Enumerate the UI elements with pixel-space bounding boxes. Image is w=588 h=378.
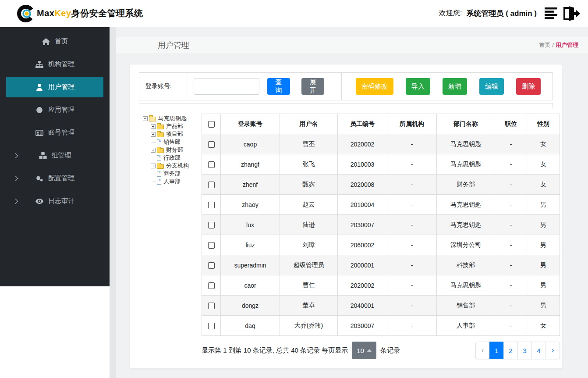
tree-node-label[interactable]: 项目部 — [165, 130, 184, 138]
row-checkbox[interactable] — [208, 303, 215, 309]
edit-button[interactable]: 编辑 — [479, 78, 504, 95]
chevron-right-icon — [15, 175, 18, 181]
tree-node: 行政部 — [151, 154, 202, 162]
row-checkbox[interactable] — [208, 242, 215, 249]
table-cell: 男 — [527, 296, 560, 316]
expand-button[interactable]: 展开 — [301, 78, 324, 95]
tree-node-label[interactable]: 财务部 — [165, 146, 184, 154]
tree-node: +项目部 — [151, 130, 202, 138]
page-size-value: 10 — [357, 347, 364, 354]
table-cell: 男 — [527, 195, 560, 215]
row-checkbox[interactable] — [208, 323, 215, 329]
pagination-page-2[interactable]: 2 — [503, 342, 518, 359]
table-row[interactable]: zhenf甄宓2020008-财务部-女 — [202, 175, 560, 195]
file-icon — [157, 139, 161, 145]
table-cell: 女 — [527, 154, 560, 175]
table-cell: 马克思钥匙 — [437, 134, 495, 154]
select-all-header-cell — [202, 114, 221, 134]
sidebar-item-account[interactable]: 账号管理 — [6, 122, 103, 143]
table-row[interactable]: zhaoy赵云2010004-马克思钥匙-男 — [202, 195, 560, 215]
breadcrumb-home-link[interactable]: 首页 — [539, 42, 550, 48]
expand-icon[interactable]: + — [151, 124, 156, 129]
tree-connector-line — [151, 158, 156, 158]
table-cell: 赵云 — [280, 195, 338, 215]
pagination-page-3[interactable]: 3 — [517, 342, 532, 359]
records-info-prefix: 显示第 1 到第 10 条记录, 总共 40 条记录 每页显示 — [202, 346, 348, 355]
file-icon — [157, 179, 161, 185]
table-row[interactable]: caop曹丕2020002-马克思钥匙-女 — [202, 134, 560, 154]
sidebar-item-app[interactable]: 应用管理 — [6, 100, 103, 120]
brand-suffix: 身份安全管理系统 — [71, 8, 143, 18]
table-row[interactable]: zhangf张飞2010003-马克思钥匙-女 — [202, 154, 560, 175]
table-cell: 超级管理员 — [280, 255, 338, 275]
row-checkbox[interactable] — [208, 222, 215, 228]
hamburger-icon[interactable] — [545, 7, 558, 19]
tree-node-label[interactable]: 产品部 — [165, 122, 184, 130]
column-header: 所属机构 — [387, 114, 437, 134]
sidebar-item-label: 机构管理 — [48, 60, 74, 68]
expand-icon[interactable]: + — [151, 148, 156, 153]
login-account-input[interactable] — [194, 78, 259, 95]
table-row[interactable]: superadmin超级管理员2000001-科技部-男 — [202, 255, 560, 275]
table-cell: 财务部 — [437, 175, 495, 195]
query-button[interactable]: 查询 — [267, 78, 290, 95]
breadcrumb: 首页/用户管理 — [539, 41, 578, 49]
add-button[interactable]: 新增 — [443, 78, 467, 95]
change-password-button[interactable]: 密码修改 — [356, 78, 393, 95]
table-cell: 2000001 — [338, 255, 387, 275]
pagination-page-1[interactable]: 1 — [489, 342, 504, 359]
tree-node-label[interactable]: 销售部 — [163, 138, 181, 146]
pagination: ‹1234› — [475, 342, 560, 359]
tree-node-label[interactable]: 行政部 — [163, 154, 181, 162]
tree-connector-line — [151, 174, 156, 174]
table-row[interactable]: daq大乔(乔玮)2030007-人事部-女 — [202, 316, 560, 336]
sidebar-item-org[interactable]: 机构管理 — [6, 54, 103, 75]
table-cell: 甄宓 — [280, 175, 338, 195]
expand-icon[interactable]: + — [151, 164, 156, 168]
sidebar-item-audit[interactable]: 日志审计 — [6, 191, 103, 211]
table-cell: 曹丕 — [280, 134, 338, 154]
table-row[interactable]: dongz董卓2040001-销售部-男 — [202, 296, 560, 316]
search-cell: 查询 展开 — [187, 73, 342, 100]
row-checkbox[interactable] — [208, 262, 215, 269]
users-table: 登录账号用户名员工编号所属机构部门名称职位性别 caop曹丕2020002-马克… — [202, 114, 560, 336]
sidebar-item-home[interactable]: 首页 — [6, 31, 103, 52]
select-all-checkbox[interactable] — [208, 121, 215, 128]
sidebar-menu: 首页机构管理用户管理应用管理账号管理组管理配置管理日志审计 — [0, 27, 110, 286]
table-cell: 销售部 — [437, 296, 495, 316]
table-cell: 2010004 — [338, 195, 387, 215]
folder-icon — [157, 132, 164, 137]
row-checkbox[interactable] — [208, 161, 215, 168]
page-size-select[interactable]: 10 — [352, 342, 376, 359]
logout-icon[interactable] — [563, 6, 580, 21]
table-cell: 人事部 — [437, 316, 495, 336]
delete-button[interactable]: 删除 — [516, 78, 541, 95]
collapse-icon[interactable]: − — [143, 116, 148, 121]
tree-node-label[interactable]: 人事部 — [163, 178, 181, 185]
table-cell: 马克思钥匙 — [437, 154, 495, 175]
tree-node-label[interactable]: 分支机构 — [165, 162, 190, 170]
row-select-cell — [202, 275, 221, 296]
sidebar-item-config[interactable]: 配置管理 — [6, 168, 103, 189]
table-row[interactable]: caor曹仁2020002-马克思钥匙-男 — [202, 275, 560, 296]
content-row: −马克思钥匙+产品部+项目部销售部+财务部行政部+分支机构商务部人事部 登录账号… — [139, 114, 561, 359]
sidebar-item-group[interactable]: 组管理 — [6, 145, 103, 166]
table-row[interactable]: liuz刘璋2060002-深圳分公司-男 — [202, 235, 560, 255]
tree-node-label[interactable]: 马克思钥匙 — [157, 114, 188, 122]
row-checkbox[interactable] — [208, 282, 215, 289]
pagination-next[interactable]: › — [545, 342, 560, 359]
row-checkbox[interactable] — [208, 182, 215, 188]
tree-node-label[interactable]: 商务部 — [163, 170, 181, 178]
import-button[interactable]: 导入 — [406, 78, 430, 95]
pagination-prev[interactable]: ‹ — [475, 342, 490, 359]
expand-icon[interactable]: + — [151, 132, 156, 137]
sidebar-item-user[interactable]: 用户管理 — [6, 77, 103, 97]
page-title: 用户管理 — [158, 40, 189, 50]
table-cell: 2010003 — [338, 154, 387, 175]
table-cell: zhenf — [221, 175, 280, 195]
row-checkbox[interactable] — [208, 202, 215, 208]
table-cell: 2040001 — [338, 296, 387, 316]
row-checkbox[interactable] — [208, 141, 215, 148]
table-row[interactable]: lux陆逊2030007-马克思钥匙-男 — [202, 215, 560, 235]
pagination-page-4[interactable]: 4 — [531, 342, 546, 359]
